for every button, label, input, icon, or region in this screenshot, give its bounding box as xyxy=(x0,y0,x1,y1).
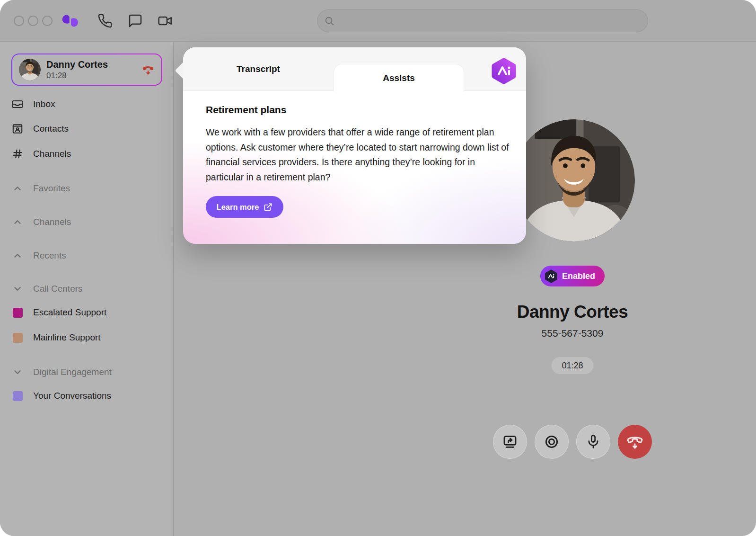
channel-color-swatch xyxy=(11,390,24,402)
sidebar-item-your-conversations[interactable]: Your Conversations xyxy=(11,386,168,405)
channel-color-swatch xyxy=(11,306,24,319)
inbox-icon xyxy=(11,98,24,110)
record-button[interactable] xyxy=(535,425,569,459)
title-bar xyxy=(0,0,756,42)
sidebar-group-recents[interactable]: Recents xyxy=(11,246,168,265)
window-minimize-button[interactable] xyxy=(28,16,38,26)
sidebar-group-label: Channels xyxy=(33,217,71,227)
sidebar-item-label: Mainline Support xyxy=(33,332,101,343)
sidebar-group-label: Digital Engagement xyxy=(33,367,112,377)
screen-share-icon xyxy=(502,434,518,450)
tab-label: Transcript xyxy=(237,64,280,74)
avatar xyxy=(19,59,41,80)
caller-name: Danny Cortes xyxy=(517,302,628,322)
chevron-up-icon xyxy=(11,216,24,228)
dialpad-logo xyxy=(62,12,80,29)
caller-phone: 555-567-5309 xyxy=(542,328,604,339)
sidebar-group-favorites[interactable]: Favorites xyxy=(11,179,168,198)
hangup-button[interactable] xyxy=(618,425,652,459)
search-bar[interactable] xyxy=(317,9,648,32)
call-timer-pill: 01:28 xyxy=(551,357,593,374)
search-icon xyxy=(324,16,334,26)
sidebar-item-label: Your Conversations xyxy=(33,391,111,401)
external-link-icon xyxy=(264,203,273,212)
mute-button[interactable] xyxy=(576,425,610,459)
learn-more-button[interactable]: Learn more xyxy=(206,196,283,218)
call-controls xyxy=(493,425,652,459)
active-call-timer: 01:28 xyxy=(46,71,141,80)
assist-card-tabs: Transcript Assists xyxy=(183,47,526,91)
ai-hexagon-icon[interactable] xyxy=(491,58,517,84)
hangup-icon xyxy=(625,432,644,451)
tab-assists[interactable]: Assists xyxy=(334,64,464,91)
sidebar-group-channels[interactable]: Channels xyxy=(11,213,168,232)
tab-label: Assists xyxy=(383,73,415,83)
sidebar-item-channels[interactable]: Channels xyxy=(11,144,168,163)
ai-hexagon-icon xyxy=(545,269,558,283)
ai-enabled-badge[interactable]: Enabled xyxy=(540,266,605,286)
ai-badge-label: Enabled xyxy=(562,271,595,281)
sidebar-group-call-centers[interactable]: Call Centers xyxy=(11,279,168,298)
chevron-up-icon xyxy=(11,250,24,262)
sidebar-item-label: Contacts xyxy=(33,124,69,134)
hangup-icon[interactable] xyxy=(141,63,155,77)
assist-body-text: We work with a few providers that offer … xyxy=(206,125,512,185)
ai-assist-card: Transcript Assists xyxy=(183,47,526,244)
window-close-button[interactable] xyxy=(14,16,24,26)
sidebar-group-digital-engagement[interactable]: Digital Engagement xyxy=(11,363,168,382)
active-call-name: Danny Cortes xyxy=(46,59,141,70)
assist-title: Retirement plans xyxy=(206,104,512,116)
sidebar-item-inbox[interactable]: Inbox xyxy=(11,95,168,114)
chevron-down-icon xyxy=(11,283,24,295)
sidebar-group-label: Favorites xyxy=(33,183,70,194)
mic-icon xyxy=(585,434,601,450)
call-timer: 01:28 xyxy=(562,361,583,371)
sidebar-item-contacts[interactable]: Contacts xyxy=(11,119,168,138)
sidebar-item-escalated-support[interactable]: Escalated Support xyxy=(11,303,168,322)
phone-icon[interactable] xyxy=(97,13,113,28)
sidebar-item-mainline-support[interactable]: Mainline Support xyxy=(11,328,168,347)
sidebar-item-label: Escalated Support xyxy=(33,307,106,318)
contacts-icon xyxy=(11,123,24,135)
app-window: Danny Cortes 01:28 Inbox xyxy=(0,0,756,536)
hash-icon xyxy=(11,148,24,160)
chevron-down-icon xyxy=(11,366,24,378)
sidebar-group-label: Call Centers xyxy=(33,284,83,294)
channel-color-swatch xyxy=(11,331,24,344)
sidebar-item-label: Inbox xyxy=(33,99,55,109)
search-input[interactable] xyxy=(338,16,648,26)
active-call-card[interactable]: Danny Cortes 01:28 xyxy=(11,54,162,86)
chevron-up-icon xyxy=(11,182,24,195)
learn-more-label: Learn more xyxy=(217,203,259,212)
chat-icon[interactable] xyxy=(128,13,143,28)
screen-share-button[interactable] xyxy=(493,425,527,459)
sidebar-item-label: Channels xyxy=(33,149,71,159)
record-icon xyxy=(544,434,560,450)
caller-avatar xyxy=(513,119,635,241)
sidebar-group-label: Recents xyxy=(33,250,66,261)
tab-transcript[interactable]: Transcript xyxy=(183,47,334,91)
sidebar: Danny Cortes 01:28 Inbox xyxy=(0,42,174,536)
video-icon[interactable] xyxy=(158,13,173,28)
window-zoom-button[interactable] xyxy=(42,16,53,26)
